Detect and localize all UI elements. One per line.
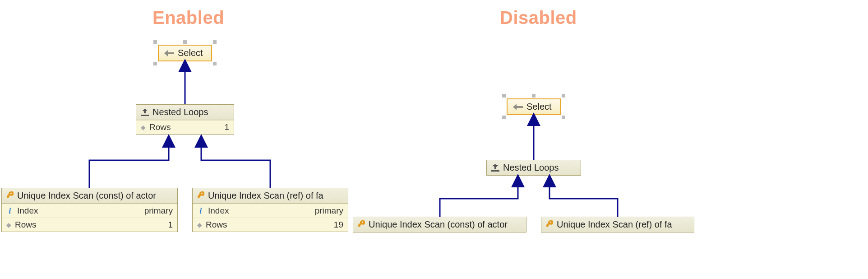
index-scan-node-fa[interactable]: Unique Index Scan (ref) of fa i Index pr…	[192, 188, 348, 232]
selection-handle[interactable]	[532, 94, 536, 98]
nested-loops-label: Nested Loops	[503, 163, 559, 173]
key-icon	[358, 220, 365, 229]
selection-handle[interactable]	[153, 40, 157, 44]
rows-label: Rows	[15, 220, 37, 230]
key-icon	[546, 220, 553, 229]
selection-handle[interactable]	[502, 116, 506, 119]
nested-loops-icon	[141, 109, 149, 116]
index-row: i Index primary	[193, 204, 348, 218]
info-icon: i	[197, 206, 204, 216]
selection-handle[interactable]	[562, 94, 565, 98]
info-icon: i	[6, 206, 14, 216]
scan-label: Unique Index Scan (const) of actor	[17, 191, 156, 201]
disabled-heading: Disabled	[500, 8, 577, 28]
connector-lines	[0, 0, 361, 279]
scan-label: Unique Index Scan (const) of actor	[369, 219, 508, 230]
index-row: i Index primary	[2, 204, 177, 218]
index-value: primary	[315, 206, 343, 216]
index-scan-node-actor[interactable]: Unique Index Scan (const) of actor i Ind…	[1, 188, 178, 232]
rows-row: ◆ Rows 19	[193, 218, 348, 232]
nested-loops-label: Nested Loops	[152, 107, 208, 117]
diamond-icon: ◆	[6, 221, 11, 228]
index-label: Index	[208, 206, 229, 216]
select-node[interactable]: Select	[158, 45, 212, 61]
selection-handle[interactable]	[213, 40, 217, 44]
rows-label: Rows	[149, 122, 171, 132]
select-node[interactable]: Select	[507, 98, 561, 115]
selection-handle[interactable]	[502, 94, 506, 98]
selection-handle[interactable]	[183, 62, 187, 65]
index-scan-node-fa[interactable]: Unique Index Scan (ref) of fa	[541, 217, 694, 232]
rows-row: ◆ Rows 1	[2, 218, 177, 232]
nested-loops-rows-row: ◆ Rows 1	[136, 120, 234, 134]
connector-lines	[0, 0, 868, 279]
rows-value: 1	[224, 122, 229, 132]
index-value: primary	[144, 206, 173, 216]
selection-handle[interactable]	[532, 116, 536, 119]
enabled-heading: Enabled	[152, 8, 224, 28]
select-label: Select	[526, 102, 552, 112]
selection-handle[interactable]	[213, 62, 217, 65]
nested-loops-icon	[491, 164, 499, 172]
nested-loops-node[interactable]: Nested Loops ◆ Rows 1	[136, 104, 234, 135]
nested-loops-node[interactable]: Nested Loops	[486, 160, 581, 176]
selection-handle[interactable]	[183, 40, 187, 44]
index-scan-node-actor[interactable]: Unique Index Scan (const) of actor	[353, 217, 526, 232]
scan-label: Unique Index Scan (ref) of fa	[208, 191, 323, 201]
selection-handle[interactable]	[153, 62, 157, 65]
key-icon	[197, 191, 204, 200]
selection-handle[interactable]	[562, 116, 565, 119]
rows-label: Rows	[206, 220, 227, 230]
rows-value: 19	[334, 220, 343, 230]
scan-label: Unique Index Scan (ref) of fa	[557, 219, 672, 230]
diamond-icon: ◆	[141, 124, 146, 131]
arrow-left-icon	[164, 50, 174, 57]
key-icon	[6, 191, 14, 200]
rows-value: 1	[168, 220, 173, 230]
diamond-icon: ◆	[197, 221, 202, 228]
index-label: Index	[17, 206, 38, 216]
arrow-left-icon	[513, 103, 523, 111]
select-label: Select	[178, 48, 203, 58]
